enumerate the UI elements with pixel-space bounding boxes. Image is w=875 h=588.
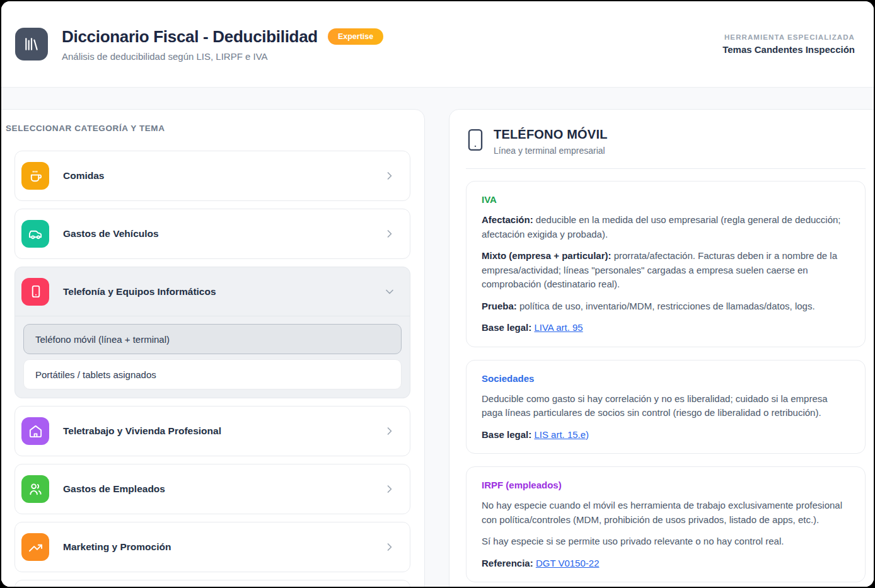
- tax-card-heading: Sociedades: [482, 373, 850, 384]
- category-card-comidas: Comidas: [14, 151, 410, 201]
- topic-title-block: TELÉFONO MÓVIL Línea y terminal empresar…: [494, 127, 608, 156]
- category-label: Gastos de Vehículos: [63, 228, 383, 239]
- sidebar-item-teletrabajo-y-vivienda-profesional[interactable]: Teletrabajo y Vivienda Profesional: [15, 406, 410, 456]
- sidebar-item-gastos-de-vehiculos[interactable]: Gastos de Vehículos: [15, 209, 410, 258]
- page-subtitle: Análisis de deducibilidad según LIS, LIR…: [62, 51, 383, 62]
- header-meta: HERRAMIENTA ESPECIALIZADA Temas Candente…: [722, 33, 855, 55]
- reference-label: Base legal:: [482, 429, 531, 440]
- category-card-marketing-y-promocion: Marketing y Promoción: [14, 522, 410, 572]
- header-left: Diccionario Fiscal - Deducibilidad Exper…: [15, 27, 383, 62]
- tax-card-list: IVA Afectación: deducible en la medida d…: [466, 181, 866, 582]
- chevron-right-icon: [383, 541, 396, 553]
- tax-card-heading: IRPF (empleados): [482, 480, 850, 490]
- topic-title: TELÉFONO MÓVIL: [494, 127, 608, 142]
- page-title: Diccionario Fiscal - Deducibilidad: [62, 27, 318, 47]
- category-list: Comidas Gastos de Vehículos Telefonía y …: [14, 151, 410, 587]
- chevron-right-icon: [383, 483, 396, 495]
- tax-card-sociedades: Sociedades Deducible como gasto si hay c…: [466, 360, 866, 454]
- topic-divider: [466, 168, 866, 169]
- tax-card-paragraph: Deducible como gasto si hay correlación …: [482, 392, 850, 420]
- meta-label: HERRAMIENTA ESPECIALIZADA: [722, 33, 855, 41]
- tax-card-paragraph: Mixto (empresa + particular): prorrata/a…: [482, 249, 850, 292]
- tax-card-paragraph: Afectación: deducible en la medida del u…: [482, 213, 850, 241]
- category-label: Teletrabajo y Vivienda Profesional: [63, 425, 383, 437]
- users-icon: [21, 475, 49, 503]
- reference-link-dgt-v0150-22[interactable]: DGT V0150-22: [536, 558, 600, 568]
- sidebar-item-telefonia-y-equipos-informaticos[interactable]: Telefonía y Equipos Informáticos: [15, 267, 410, 316]
- sidebar-item-gastos-de-empleados[interactable]: Gastos de Empleados: [15, 464, 410, 514]
- subtopic-item-portatiles-tablets-asignados[interactable]: Portátiles / tablets asignados: [23, 359, 402, 389]
- reference-link-lis-art-15-e[interactable]: LIS art. 15.e): [534, 429, 589, 440]
- category-label: Telefonía y Equipos Informáticos: [63, 286, 383, 297]
- meta-value: Temas Candentes Inspección: [722, 44, 855, 55]
- category-label: Comidas: [63, 170, 383, 182]
- chevron-right-icon: [383, 228, 396, 240]
- tax-card-paragraph: No hay especie cuando el móvil es herram…: [482, 499, 850, 527]
- tax-card-heading: IVA: [482, 194, 850, 205]
- reference-link-liva-art-95[interactable]: LIVA art. 95: [534, 322, 582, 333]
- home-icon: [21, 417, 49, 445]
- car-icon: [21, 220, 49, 248]
- category-card-item: [14, 580, 410, 587]
- sidebar-item-item[interactable]: [15, 580, 410, 587]
- tax-card-reference: Referencia: DGT V0150-22: [482, 556, 850, 571]
- tax-card-body: Afectación: deducible en la medida del u…: [482, 213, 850, 313]
- coffee-icon: [21, 162, 49, 190]
- topic-subtitle: Línea y terminal empresarial: [494, 146, 608, 156]
- tax-card-iva: IVA Afectación: deducible en la medida d…: [466, 181, 866, 347]
- subtopic-item-telefono-movil-linea-terminal[interactable]: Teléfono móvil (línea + terminal): [23, 324, 402, 354]
- smartphone-outline-icon: [467, 129, 484, 151]
- sidebar-item-comidas[interactable]: Comidas: [15, 151, 410, 200]
- subtopic-list: Teléfono móvil (línea + terminal)Portáti…: [15, 316, 410, 398]
- smartphone-icon: [21, 278, 49, 306]
- chevron-right-icon: [383, 425, 396, 437]
- detail-panel: TELÉFONO MÓVIL Línea y terminal empresar…: [449, 109, 874, 587]
- chevron-down-icon: [383, 285, 396, 298]
- reference-label: Base legal:: [482, 322, 531, 333]
- tax-card-paragraph: Sí hay especie si se permite uso privado…: [482, 534, 850, 549]
- section-label: SELECCIONAR CATEGORÍA Y TEMA: [6, 124, 412, 133]
- category-panel: SELECCIONAR CATEGORÍA Y TEMA Comidas Gas…: [1, 109, 425, 587]
- topic-header: TELÉFONO MÓVIL Línea y terminal empresar…: [466, 127, 866, 156]
- app-header: Diccionario Fiscal - Deducibilidad Exper…: [1, 1, 874, 88]
- expertise-badge: Expertise: [328, 28, 383, 45]
- reference-label: Referencia:: [482, 558, 533, 568]
- header-titles: Diccionario Fiscal - Deducibilidad Exper…: [62, 27, 383, 62]
- sidebar-item-marketing-y-promocion[interactable]: Marketing y Promoción: [15, 522, 410, 572]
- category-card-teletrabajo-y-vivienda-profesional: Teletrabajo y Vivienda Profesional: [14, 406, 410, 456]
- category-label: Marketing y Promoción: [63, 541, 383, 553]
- category-card-gastos-de-empleados: Gastos de Empleados: [14, 464, 410, 514]
- library-icon: [15, 28, 48, 61]
- chevron-right-icon: [383, 170, 396, 182]
- content-area: SELECCIONAR CATEGORÍA Y TEMA Comidas Gas…: [1, 88, 874, 587]
- tax-card-body: No hay especie cuando el móvil es herram…: [482, 499, 850, 549]
- tax-card-reference: Base legal: LIVA art. 95: [482, 321, 850, 335]
- app-window: Diccionario Fiscal - Deducibilidad Exper…: [1, 1, 874, 587]
- category-card-telefonia-y-equipos-informaticos: Telefonía y Equipos Informáticos Teléfon…: [14, 267, 410, 398]
- trending-up-icon: [21, 533, 49, 561]
- tax-card-paragraph: Prueba: política de uso, inventario/MDM,…: [482, 299, 850, 314]
- tax-card-irpf-empleados: IRPF (empleados) No hay especie cuando e…: [466, 466, 866, 582]
- tax-card-body: Deducible como gasto si hay correlación …: [482, 392, 850, 420]
- category-label: Gastos de Empleados: [63, 483, 383, 495]
- category-card-gastos-de-vehiculos: Gastos de Vehículos: [14, 209, 410, 259]
- tax-card-reference: Base legal: LIS art. 15.e): [482, 428, 850, 442]
